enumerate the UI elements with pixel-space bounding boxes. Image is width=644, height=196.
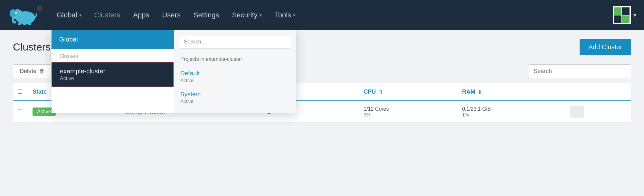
delete-button[interactable]: Delete 🗑 bbox=[13, 64, 52, 78]
dropdown-left-panel: Global Clusters example-cluster Active bbox=[52, 30, 174, 113]
chevron-down-icon-tools: ▾ bbox=[293, 13, 295, 18]
svg-rect-5 bbox=[18, 23, 21, 25]
dropdown-search-input[interactable] bbox=[179, 35, 291, 49]
th-ram[interactable]: RAM ⇅ bbox=[457, 83, 565, 101]
svg-point-4 bbox=[16, 13, 17, 14]
dropdown-clusters-section: Clusters bbox=[52, 49, 174, 62]
user-avatar[interactable] bbox=[613, 6, 631, 24]
th-cpu[interactable]: CPU ⇅ bbox=[358, 83, 457, 101]
dropdown-project-default-name: Default bbox=[180, 70, 290, 77]
page-wrapper: Global ▾ Clusters Apps Users Settings Se… bbox=[0, 0, 644, 132]
dropdown-global-label: Global bbox=[59, 36, 78, 43]
svg-rect-8 bbox=[37, 6, 42, 11]
add-cluster-button[interactable]: Add Cluster bbox=[580, 39, 631, 55]
avatar-chevron-icon[interactable]: ▾ bbox=[633, 12, 636, 19]
dropdown-cluster-name: example-cluster bbox=[60, 68, 166, 75]
th-cpu-label: CPU bbox=[364, 89, 376, 95]
sort-icon-cpu: ⇅ bbox=[379, 89, 383, 95]
ram-used: 0.1/23.1 GiB bbox=[462, 106, 560, 112]
nav-item-settings[interactable]: Settings bbox=[188, 8, 225, 22]
nav-item-tools[interactable]: Tools ▾ bbox=[269, 8, 301, 22]
nav-apps-label: Apps bbox=[133, 11, 149, 19]
app-logo[interactable] bbox=[8, 5, 43, 25]
avatar-cell-1 bbox=[614, 7, 621, 15]
navbar-nav: Global ▾ Clusters Apps Users Settings Se… bbox=[51, 8, 613, 22]
th-checkbox bbox=[13, 83, 27, 101]
dropdown-search-wrapper bbox=[174, 35, 296, 54]
dropdown-cluster-item-example[interactable]: example-cluster Active bbox=[52, 62, 174, 87]
ram-percent: 1% bbox=[462, 112, 560, 117]
row-checkbox[interactable] bbox=[18, 109, 22, 113]
nav-item-users[interactable]: Users bbox=[156, 8, 186, 22]
nav-settings-label: Settings bbox=[194, 11, 219, 19]
navbar: Global ▾ Clusters Apps Users Settings Se… bbox=[0, 0, 644, 30]
svg-rect-6 bbox=[23, 23, 26, 25]
dropdown-right-panel: Projects in example-cluster Default Acti… bbox=[174, 30, 296, 113]
nav-clusters-label: Clusters bbox=[94, 11, 120, 19]
delete-label: Delete bbox=[20, 68, 36, 75]
svg-rect-7 bbox=[28, 23, 31, 25]
select-all-checkbox[interactable] bbox=[18, 89, 22, 94]
avatar-cell-2 bbox=[622, 7, 630, 15]
td-cpu: 1/12 Cores 9% bbox=[358, 101, 457, 123]
search-wrapper bbox=[528, 64, 631, 78]
search-input[interactable] bbox=[528, 64, 631, 78]
nav-item-global[interactable]: Global ▾ bbox=[51, 8, 87, 22]
dropdown-project-system-name: System bbox=[180, 91, 290, 98]
cpu-percent: 9% bbox=[364, 112, 452, 117]
dropdown-projects-label: Projects in example-cluster bbox=[174, 54, 296, 66]
th-state-label: State bbox=[33, 89, 47, 95]
td-ram: 0.1/23.1 GiB 1% bbox=[457, 101, 565, 123]
dropdown-cluster-status: Active bbox=[60, 76, 166, 81]
nav-tools-label: Tools bbox=[275, 11, 291, 19]
avatar-cell-3 bbox=[614, 15, 621, 23]
nav-item-clusters[interactable]: Clusters bbox=[89, 8, 126, 22]
chevron-down-icon: ▾ bbox=[79, 13, 81, 18]
trash-icon: 🗑 bbox=[39, 68, 45, 75]
nav-item-apps[interactable]: Apps bbox=[127, 8, 155, 22]
nav-security-label: Security bbox=[232, 11, 257, 19]
td-row-action[interactable]: ⋮ bbox=[565, 101, 631, 123]
dropdown-project-system-status: Active bbox=[180, 98, 290, 104]
page-title: Clusters bbox=[13, 41, 51, 53]
row-action-button[interactable]: ⋮ bbox=[570, 106, 584, 118]
nav-item-security[interactable]: Security ▾ bbox=[226, 8, 267, 22]
th-ram-label: RAM bbox=[462, 89, 475, 95]
th-actions bbox=[565, 83, 631, 101]
avatar-cell-4 bbox=[622, 15, 630, 23]
global-dropdown: Global Clusters example-cluster Active P… bbox=[52, 30, 296, 113]
td-checkbox[interactable] bbox=[13, 101, 27, 123]
dropdown-project-default[interactable]: Default Active bbox=[174, 66, 296, 87]
dropdown-global-item[interactable]: Global bbox=[52, 30, 174, 49]
nav-users-label: Users bbox=[162, 11, 180, 19]
svg-point-2 bbox=[10, 9, 16, 18]
chevron-down-icon-security: ▾ bbox=[260, 13, 262, 18]
sort-icon-ram: ⇅ bbox=[478, 89, 482, 95]
user-avatar-wrapper: ▾ bbox=[613, 6, 636, 24]
nav-global-label: Global bbox=[57, 11, 77, 19]
cpu-cores: 1/12 Cores bbox=[364, 106, 452, 112]
dropdown-project-system[interactable]: System Active bbox=[174, 87, 296, 108]
dropdown-project-default-status: Active bbox=[180, 78, 290, 83]
